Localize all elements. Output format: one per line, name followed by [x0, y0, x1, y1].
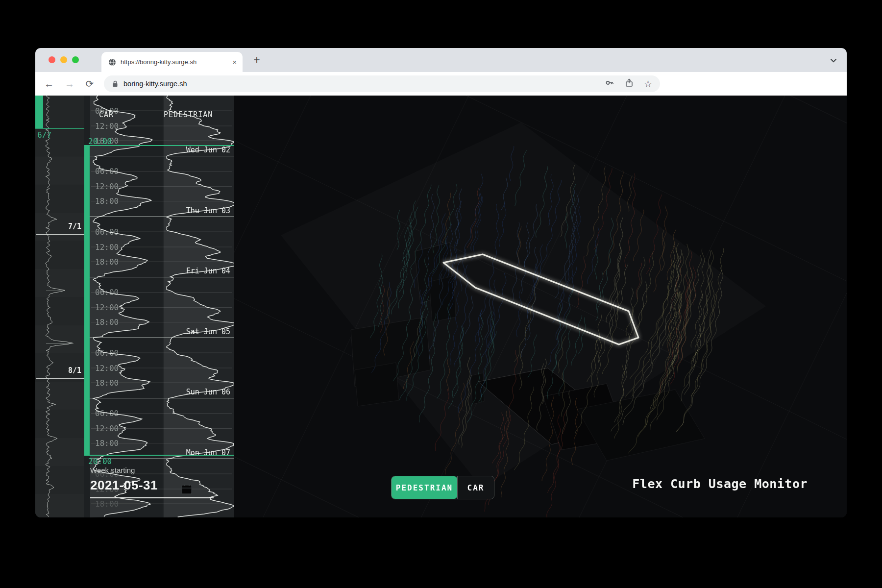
- bookmark-star-icon[interactable]: ☆: [644, 79, 652, 89]
- minimize-window-button[interactable]: [60, 56, 67, 63]
- scrubber-canvas[interactable]: [35, 96, 84, 517]
- address-bar[interactable]: boring-kitty.surge.sh ☆: [104, 75, 660, 92]
- week-detail-panel: CAR PEDESTRIAN 20:00 20:00 Week starting…: [84, 96, 234, 517]
- app-content: 6/7 7/1 8/1 CAR PEDESTRIAN 20:00 20:00 W…: [35, 96, 847, 517]
- toggle-car-button[interactable]: CAR: [457, 476, 494, 499]
- month-mark-label: 7/1: [68, 222, 81, 231]
- week-chart-canvas[interactable]: [84, 96, 234, 517]
- new-tab-button[interactable]: +: [250, 53, 264, 67]
- time-marker-bottom: 20:00: [88, 457, 112, 466]
- browser-window: https://boring-kitty.surge.sh × + ← → ⟳ …: [35, 48, 847, 517]
- browser-tab[interactable]: https://boring-kitty.surge.sh ×: [101, 52, 243, 72]
- page-title: Flex Curb Usage Monitor: [632, 477, 808, 491]
- reload-button[interactable]: ⟳: [83, 77, 97, 91]
- back-button[interactable]: ←: [42, 77, 56, 91]
- tab-title: https://boring-kitty.surge.sh: [121, 58, 196, 66]
- curb-3d-scene: Flex Curb Usage Monitor PEDESTRIAN CAR: [234, 96, 847, 517]
- week-start-input[interactable]: 2021-05-31: [90, 478, 214, 493]
- column-header-pedestrian: PEDESTRIAN: [164, 110, 213, 119]
- time-marker-top: 20:00: [88, 137, 112, 146]
- week-starting-label: Week starting: [90, 466, 214, 474]
- calendar-icon[interactable]: [180, 483, 193, 495]
- timeline-scrubber: 6/7 7/1 8/1: [35, 96, 84, 517]
- input-underline: [90, 497, 214, 498]
- tab-strip: https://boring-kitty.surge.sh × +: [35, 48, 847, 72]
- toggle-pedestrian-button[interactable]: PEDESTRIAN: [392, 476, 457, 499]
- scene-canvas[interactable]: [234, 96, 847, 517]
- desktop-background: https://boring-kitty.surge.sh × + ← → ⟳ …: [0, 0, 882, 588]
- tab-search-chevron-icon[interactable]: [828, 55, 839, 66]
- lock-icon: [112, 80, 119, 88]
- column-header-car: CAR: [99, 110, 114, 119]
- tab-close-icon[interactable]: ×: [232, 58, 237, 66]
- mode-toggle: PEDESTRIAN CAR: [391, 476, 494, 499]
- share-icon[interactable]: [624, 78, 634, 90]
- selected-week-label: 6/7: [37, 130, 51, 140]
- site-favicon-globe-icon: [108, 58, 116, 66]
- zoom-window-button[interactable]: [72, 56, 79, 63]
- month-mark-label: 8/1: [68, 366, 81, 375]
- browser-toolbar: ← → ⟳ boring-kitty.surge.sh ☆ Tp: [35, 72, 847, 96]
- password-key-icon[interactable]: [605, 78, 614, 90]
- url-text: boring-kitty.surge.sh: [123, 80, 187, 88]
- forward-button[interactable]: →: [63, 77, 76, 91]
- close-window-button[interactable]: [49, 56, 55, 63]
